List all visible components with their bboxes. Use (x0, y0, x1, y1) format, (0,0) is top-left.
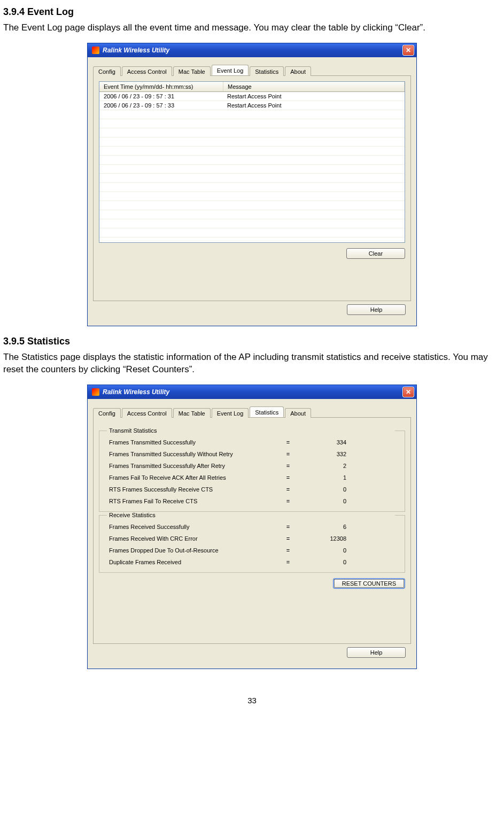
transmit-stats-legend: Transmit Statistics (107, 427, 395, 434)
help-button[interactable]: Help (347, 304, 406, 315)
list-item (99, 174, 405, 183)
clear-button[interactable]: Clear (346, 248, 405, 259)
event-log-list[interactable]: Event Time (yy/mm/dd- hh:mm:ss) Message … (99, 81, 405, 243)
stat-row: RTS Frames Fail To Receive CTS = 0 (109, 495, 395, 507)
window-statistics: Ralink Wireless Utility ✕ Config Access … (87, 385, 417, 669)
stat-label: RTS Frames Fail To Receive CTS (109, 495, 280, 507)
stat-value: 1 (296, 472, 360, 483)
stat-row: Frames Dropped Due To Out-of-Resource = … (109, 544, 395, 556)
stat-row: Frames Fail To Receive ACK After All Ret… (109, 472, 395, 483)
stat-label: Frames Transmitted Successfully Without … (109, 448, 280, 460)
tab-statistics[interactable]: Statistics (250, 66, 284, 76)
stat-row: Frames Transmitted Successfully = 334 (109, 436, 395, 448)
equals-sign: = (280, 460, 296, 472)
stat-value: 0 (296, 495, 360, 507)
window-event-log: Ralink Wireless Utility ✕ Config Access … (87, 43, 417, 326)
tabstrip: Config Access Control Mac Table Event Lo… (93, 64, 411, 76)
stat-label: Frames Received With CRC Error (109, 533, 280, 544)
stat-value: 0 (296, 556, 360, 568)
tab-about[interactable]: About (285, 66, 311, 76)
list-body: 2006 / 06 / 23 - 09 : 57 : 31 Restart Ac… (99, 92, 405, 242)
client-area: Config Access Control Mac Table Event Lo… (88, 399, 416, 669)
stat-row: RTS Frames Successfully Receive CTS = 0 (109, 483, 395, 495)
list-item (99, 192, 405, 201)
stat-label: Frames Transmitted Successfully After Re… (109, 460, 280, 472)
col-header-message[interactable]: Message (223, 82, 405, 91)
stat-row: Duplicate Frames Received = 0 (109, 556, 395, 568)
list-item (99, 110, 405, 119)
tab-access-control[interactable]: Access Control (122, 66, 172, 76)
reset-counters-button[interactable]: RESET COUNTERS (333, 578, 405, 589)
stat-label: Frames Fail To Receive ACK After All Ret… (109, 472, 280, 483)
client-area: Config Access Control Mac Table Event Lo… (88, 57, 416, 326)
equals-sign: = (280, 533, 296, 544)
section-heading-394: 3.9.4 Event Log (3, 6, 501, 18)
stat-label: RTS Frames Successfully Receive CTS (109, 483, 280, 495)
tabpanel-event-log: Event Time (yy/mm/dd- hh:mm:ss) Message … (93, 76, 411, 301)
stat-row: Frames Transmitted Successfully Without … (109, 448, 395, 460)
tab-config[interactable]: Config (93, 66, 121, 76)
help-button[interactable]: Help (347, 647, 406, 658)
window-title: Ralink Wireless Utility (103, 388, 402, 396)
list-item (99, 156, 405, 165)
equals-sign: = (280, 521, 296, 533)
transmit-stats-group: Transmit Statistics Frames Transmitted S… (99, 431, 405, 512)
tab-statistics[interactable]: Statistics (250, 406, 284, 417)
stat-value: 0 (296, 483, 360, 495)
stat-label: Frames Received Successfully (109, 521, 280, 533)
cell-message: Restart Access Point (223, 102, 405, 109)
section-paragraph-394: The Event Log page displays all the even… (3, 22, 501, 34)
equals-sign: = (280, 483, 296, 495)
tab-access-control[interactable]: Access Control (122, 408, 172, 418)
cell-message: Restart Access Point (223, 93, 405, 99)
cell-time: 2006 / 06 / 23 - 09 : 57 : 33 (99, 102, 223, 109)
receive-stats-legend: Receive Statistics (107, 512, 395, 518)
stat-label: Frames Transmitted Successfully (109, 436, 280, 448)
stat-value: 2 (296, 460, 360, 472)
window-title: Ralink Wireless Utility (103, 47, 402, 54)
stat-row: Frames Transmitted Successfully After Re… (109, 460, 395, 472)
list-item[interactable]: 2006 / 06 / 23 - 09 : 57 : 31 Restart Ac… (99, 92, 405, 101)
list-item (99, 137, 405, 147)
close-icon[interactable]: ✕ (402, 45, 414, 56)
list-item (99, 128, 405, 137)
titlebar: Ralink Wireless Utility ✕ (88, 385, 416, 399)
equals-sign: = (280, 544, 296, 556)
stat-value: 334 (296, 436, 360, 448)
tab-about[interactable]: About (285, 408, 311, 418)
stat-value: 12308 (296, 533, 360, 544)
list-item (99, 201, 405, 210)
list-item (99, 165, 405, 174)
close-icon[interactable]: ✕ (402, 387, 414, 397)
section-paragraph-395: The Statistics page displays the statist… (3, 351, 501, 376)
col-header-time[interactable]: Event Time (yy/mm/dd- hh:mm:ss) (99, 82, 223, 91)
list-item (99, 183, 405, 192)
tab-event-log[interactable]: Event Log (212, 408, 249, 418)
app-icon (92, 388, 99, 396)
tabstrip: Config Access Control Mac Table Event Lo… (93, 405, 411, 418)
tab-config[interactable]: Config (93, 408, 121, 418)
equals-sign: = (280, 556, 296, 568)
stat-value: 0 (296, 544, 360, 556)
list-item (99, 219, 405, 228)
list-item (99, 147, 405, 156)
list-header: Event Time (yy/mm/dd- hh:mm:ss) Message (99, 82, 405, 92)
stat-value: 6 (296, 521, 360, 533)
tab-event-log[interactable]: Event Log (212, 65, 249, 75)
list-item[interactable]: 2006 / 06 / 23 - 09 : 57 : 33 Restart Ac… (99, 101, 405, 110)
stat-value: 332 (296, 448, 360, 460)
equals-sign: = (280, 495, 296, 507)
equals-sign: = (280, 436, 296, 448)
tab-mac-table[interactable]: Mac Table (173, 66, 211, 76)
titlebar: Ralink Wireless Utility ✕ (88, 43, 416, 57)
list-item (99, 228, 405, 237)
page-number: 33 (3, 696, 501, 705)
tab-mac-table[interactable]: Mac Table (173, 408, 211, 418)
receive-stats-group: Receive Statistics Frames Received Succe… (99, 515, 405, 573)
stat-row: Frames Received With CRC Error = 12308 (109, 533, 395, 544)
stat-label: Frames Dropped Due To Out-of-Resource (109, 544, 280, 556)
stat-row: Frames Received Successfully = 6 (109, 521, 395, 533)
section-heading-395: 3.9.5 Statistics (3, 336, 501, 347)
list-item (99, 119, 405, 128)
equals-sign: = (280, 472, 296, 483)
